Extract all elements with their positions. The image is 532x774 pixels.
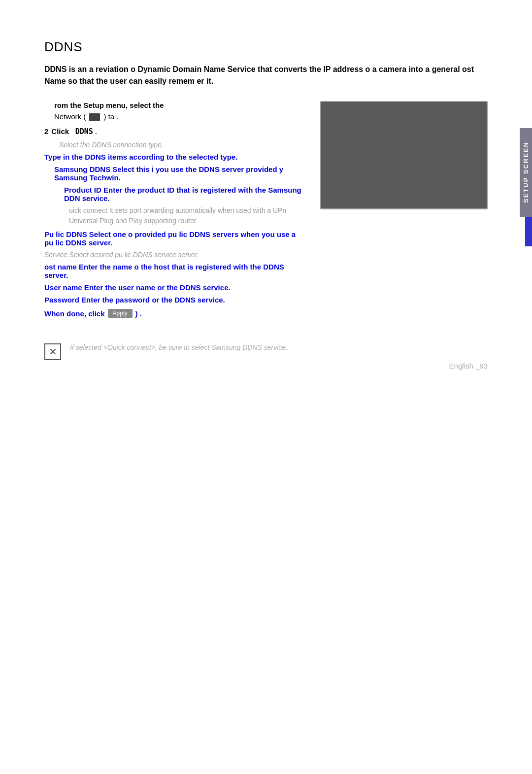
gray-service: Service Select desired pu lic DDNS servi…: [44, 251, 305, 259]
note-icon: ✕: [44, 343, 61, 360]
setup-screen-screenshot: [320, 101, 488, 209]
network-text: Network (: [54, 112, 86, 121]
network-icon: [89, 113, 100, 121]
blue-samsung-ddns: Samsung DDNS Select this i you use the D…: [54, 165, 305, 182]
blue-public-ddns: Pu lic DDNS Select one o provided pu lic…: [44, 230, 305, 247]
intro-paragraph: DDNS is an a reviation o Dynamic Domain …: [44, 64, 488, 87]
step1-network: Network ( ) ta .: [54, 112, 305, 121]
when-done-suffix: ) .: [135, 309, 142, 318]
right-screenshot-area: [320, 101, 488, 328]
blue-user-name: User name Enter the user name or the DDN…: [44, 283, 305, 292]
note-section: ✕ If selected <Quick connect>, be sure t…: [44, 337, 488, 360]
gray-select: Select the DDNS connection type.: [59, 141, 305, 149]
blue-host-name: ost name Enter the name o the host that …: [44, 263, 305, 279]
sidebar-label: SETUP SCREEN: [520, 128, 532, 217]
step1-from: rom the Setup menu, select the: [54, 101, 305, 109]
sidebar-accent: [525, 217, 532, 246]
gray-quick-connect: uick connect It sets port orwarding auto…: [69, 205, 305, 226]
when-done-prefix: When done, click: [44, 309, 105, 318]
left-column: rom the Setup menu, select the Network (…: [44, 101, 305, 328]
page-footer: English _93: [449, 362, 488, 370]
step2-text: Click DDNS .: [51, 127, 97, 136]
blue-heading-type: Type in the DDNS items according to the …: [44, 153, 305, 161]
note-text: If selected <Quick connect>, be sure to …: [70, 342, 288, 353]
when-done-line: When done, click Apply ) .: [44, 309, 305, 318]
step1-ta: ) ta .: [104, 112, 119, 121]
main-content-area: rom the Setup menu, select the Network (…: [44, 101, 488, 328]
step2-period: .: [95, 127, 97, 135]
product-id-detail: Product ID Enter the product ID that is …: [64, 186, 305, 202]
page-title: DDNS: [44, 39, 488, 55]
step2-click: Click: [51, 127, 69, 135]
step2-ddns: DDNS: [75, 127, 93, 136]
blue-password: Password Enter the password or the DDNS …: [44, 296, 305, 304]
step2-line: 2 Click DDNS .: [44, 127, 305, 136]
step2-number: 2: [44, 127, 48, 135]
apply-button-label: Apply: [108, 309, 133, 318]
